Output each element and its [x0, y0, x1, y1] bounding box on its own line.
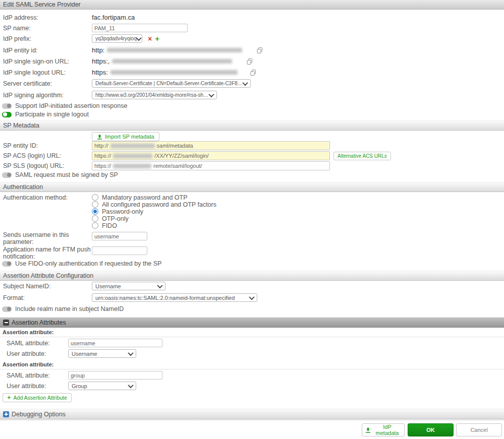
fido-only-toggle[interactable] [2, 261, 12, 267]
nameid-format-select[interactable]: urn:oasis:names:tc:SAML:2.0:nameid-forma… [92, 293, 257, 302]
include-realm-toggle[interactable] [2, 306, 12, 312]
copy-icon[interactable] [250, 69, 257, 76]
include-realm-label: Include realm name in subject NameID [15, 305, 124, 312]
support-idp-initiated-label: Support IdP-initiated assertion response [15, 102, 127, 109]
radio-icon[interactable] [92, 194, 98, 201]
idp-slo-url-redacted-value [110, 70, 238, 75]
chevron-down-icon [128, 382, 133, 388]
sp-entity-id-label: SP entity ID: [3, 142, 92, 149]
saml-request-signed-toggle[interactable] [2, 172, 12, 178]
assertion-attribute-config-header-text: Assertion Attribute Configuration [3, 271, 93, 280]
import-sp-metadata-label: Import SP metadata [105, 134, 154, 140]
idp-signing-algorithm-select[interactable]: http://www.w3.org/2001/04/xmldsig-more#r… [92, 91, 217, 99]
radio-label: Password-only [102, 208, 143, 215]
assertion-attribute-config-section-header: Assertion Attribute Configuration [0, 271, 504, 281]
sp-name-input[interactable] [92, 24, 188, 32]
idp-prefix-label: IdP prefix: [3, 35, 92, 42]
copy-icon[interactable] [256, 47, 263, 54]
idp-slo-url-scheme: https: [92, 69, 108, 76]
sp-acs-url-input[interactable]: https:// /XX/YY/ZZ/saml/login/ [92, 151, 330, 160]
user-attribute-select[interactable]: Username [68, 349, 136, 358]
toggle-knob [7, 173, 11, 177]
radio-label: OTP-only [102, 215, 129, 222]
ftm-app-name-input[interactable] [92, 246, 147, 255]
idp-entity-id-redacted-value [107, 48, 242, 52]
participate-single-logout-toggle[interactable] [2, 112, 12, 117]
assertion-attribute-row-header: Assertion attribute: [0, 329, 504, 337]
radio-option-fido[interactable]: FIDO [92, 222, 216, 229]
subject-nameid-select[interactable]: Username [92, 282, 165, 290]
support-idp-initiated-toggle[interactable] [2, 103, 12, 109]
collapse-icon[interactable] [3, 320, 9, 326]
download-icon [365, 427, 371, 433]
idp-metadata-button[interactable]: IdP metadata [362, 423, 405, 436]
saml-request-signed-label: SAML request must be signed by SP [15, 171, 118, 178]
import-sp-metadata-button[interactable]: Import SP metadata [92, 132, 159, 141]
participate-single-logout-label: Participate in single logout [15, 111, 89, 118]
idp-metadata-label: IdP metadata [373, 424, 401, 436]
alternative-acs-urls-button[interactable]: Alternative ACS URLs [333, 152, 391, 160]
saml-attribute-label: SAML attribute: [7, 372, 68, 379]
idp-entity-id-scheme: http: [92, 46, 104, 54]
toggle-knob [7, 262, 11, 266]
user-attribute-label: User attribute: [7, 383, 68, 390]
username-parameter-input[interactable] [92, 232, 147, 240]
idp-slo-url-label: IdP single logout URL: [3, 69, 92, 76]
sp-entity-id-redacted-value [110, 144, 155, 148]
sp-acs-url-label: SP ACS (login) URL: [3, 152, 92, 159]
add-icon: + [7, 395, 11, 401]
idp-signing-algorithm-value: http://www.w3.org/2001/04/xmldsig-more#r… [95, 92, 209, 98]
radio-icon[interactable] [92, 215, 98, 222]
radio-option-password-only[interactable]: Password-only [92, 208, 216, 215]
assertion-attributes-header-text: Assertion Attributes [12, 318, 66, 327]
nameid-format-value: urn:oasis:names:tc:SAML:2.0:nameid-forma… [95, 295, 235, 301]
toggle-knob [7, 307, 11, 311]
idp-address-label: IdP address: [3, 14, 92, 21]
idp-entity-id-label: IdP entity id: [3, 47, 92, 54]
sp-sls-url-redacted-value [113, 164, 151, 168]
username-parameter-label: Sends username in this parameter: [3, 231, 92, 245]
alternative-acs-urls-label: Alternative ACS URLs [338, 153, 387, 159]
radio-label: All configured password and OTP factors [102, 201, 216, 208]
idp-signing-algorithm-label: IdP signing algorithm: [3, 92, 92, 99]
chevron-down-icon [128, 350, 133, 355]
user-attribute-select[interactable]: Group [68, 382, 136, 390]
sp-acs-url-scheme: https:// [94, 153, 111, 159]
idp-prefix-select[interactable]: yq3pqdadv4ryqioq [92, 34, 142, 43]
sp-entity-id-input[interactable]: http:// saml/metadata [92, 141, 330, 150]
radio-option-all-configured-factors[interactable]: All configured password and OTP factors [92, 201, 216, 208]
radio-icon[interactable] [92, 201, 98, 208]
sp-entity-id-path: saml/metadata [157, 143, 193, 149]
server-certificate-select[interactable]: Default-Server-Certificate | CN=Default-… [92, 79, 251, 88]
sp-sls-url-scheme: https:// [94, 163, 111, 169]
radio-icon-selected[interactable] [92, 208, 98, 215]
radio-option-mandatory-password-otp[interactable]: Mandatory password and OTP [92, 194, 216, 201]
saml-attribute-label: SAML attribute: [7, 340, 68, 347]
copy-icon[interactable] [246, 58, 253, 65]
fido-only-label: Use FIDO-only authentication if requeste… [15, 260, 161, 267]
add-prefix-icon[interactable]: + [155, 36, 159, 42]
sp-sls-url-label: SP SLS (logout) URL: [3, 162, 92, 169]
authentication-header-text: Authentication [3, 182, 43, 192]
sp-acs-url-path: /XX/YY/ZZ/saml/login/ [154, 153, 209, 159]
sp-sls-url-input[interactable]: https:// remote/saml/logout/ [92, 161, 330, 170]
saml-attribute-input[interactable] [68, 371, 162, 380]
assertion-attribute-row-header: Assertion attribute: [0, 361, 504, 369]
sp-metadata-header-text: SP Metadata [3, 121, 39, 130]
expand-icon[interactable] [3, 411, 9, 417]
chevron-down-icon [157, 282, 162, 288]
add-assertion-attribute-button[interactable]: + Add Assertion Attribute [3, 393, 72, 402]
radio-icon[interactable] [92, 222, 98, 229]
ok-label: OK [426, 427, 435, 433]
radio-label: FIDO [102, 222, 117, 229]
remove-prefix-icon[interactable]: × [148, 36, 152, 42]
radio-option-otp-only[interactable]: OTP-only [92, 215, 216, 222]
ok-button[interactable]: OK [408, 423, 454, 436]
sp-sls-url-path: remote/saml/logout/ [153, 163, 202, 169]
saml-attribute-input[interactable] [68, 339, 162, 347]
chevron-down-icon [136, 35, 141, 40]
debugging-options-header-text: Debugging Options [12, 410, 66, 419]
cancel-button[interactable]: Cancel [456, 423, 502, 436]
sp-entity-id-scheme: http:// [94, 143, 108, 149]
idp-sso-url-scheme: https:, [92, 57, 109, 65]
